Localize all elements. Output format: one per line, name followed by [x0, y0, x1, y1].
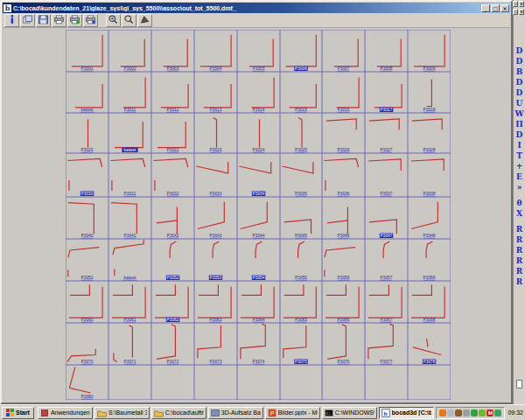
profile-label[interactable]: P3035	[295, 192, 307, 196]
profile-section-icon[interactable]: D	[514, 46, 525, 56]
profile-label[interactable]: kasset	[81, 108, 94, 112]
profile-label[interactable]: P3063	[210, 318, 222, 322]
taskbar-button-7[interactable]: bbocad3d [C:\boca...	[379, 407, 434, 419]
profile-section-icon[interactable]: D	[514, 130, 525, 140]
profile-cell[interactable]: P3050	[68, 248, 99, 280]
start-button[interactable]: Start	[2, 407, 34, 419]
profile-cell[interactable]: P3012	[161, 84, 188, 112]
profile-label[interactable]: P3033	[210, 192, 222, 196]
profile-label[interactable]: P3022	[167, 148, 179, 152]
profile-label[interactable]: P3004	[210, 66, 222, 71]
print-preview-button[interactable]	[67, 14, 82, 27]
profile-cell[interactable]: P3033	[196, 162, 228, 196]
edge-close-icon[interactable]: ×	[519, 1, 524, 7]
profile-label[interactable]: P3038	[424, 192, 436, 196]
profile-cell[interactable]: P3052	[166, 242, 180, 280]
profile-section-icon[interactable]: R	[514, 224, 525, 234]
profile-cell[interactable]: P3047	[369, 220, 396, 238]
profile-cell[interactable]: P3041	[111, 203, 136, 238]
profile-cell[interactable]: P3024	[253, 119, 265, 152]
profile-label[interactable]: P3080	[81, 395, 94, 399]
profile-label[interactable]: P3076	[338, 360, 350, 364]
profile-cell[interactable]: P3023	[210, 118, 222, 153]
profile-cell[interactable]: P3011	[123, 78, 145, 112]
tray-icon[interactable]	[447, 410, 454, 416]
profile-label[interactable]: P3016	[338, 108, 350, 112]
tray-icon[interactable]	[455, 410, 462, 416]
tray-icon[interactable]	[479, 410, 486, 416]
profile-label[interactable]: P3023	[210, 148, 222, 152]
profile-label[interactable]: P3012	[167, 108, 179, 112]
profile-cell[interactable]: P3009	[414, 35, 444, 71]
profile-label[interactable]: P3013	[210, 108, 222, 112]
profile-cell[interactable]: P3063	[198, 284, 231, 322]
save-button[interactable]	[36, 14, 51, 27]
profile-label[interactable]: P3057	[381, 276, 393, 280]
profile-label[interactable]: P3046	[338, 234, 350, 238]
profile-cell[interactable]: P3034	[239, 162, 270, 196]
profile-label[interactable]: P3070	[81, 360, 94, 364]
profile-section-icon[interactable]: D	[514, 88, 525, 98]
profile-label[interactable]: P3037	[381, 192, 393, 196]
profile-label[interactable]: P3031	[124, 192, 136, 196]
tray-icon[interactable]	[471, 410, 478, 416]
profile-label[interactable]: P3055	[295, 276, 307, 280]
profile-cell[interactable]: P3008	[377, 39, 402, 71]
profile-cell[interactable]: P3007	[334, 39, 359, 71]
profile-cell[interactable]: P3036	[324, 159, 358, 197]
profile-cell[interactable]: P3018	[424, 80, 436, 113]
profile-section-icon[interactable]: D	[514, 56, 525, 66]
info-button[interactable]	[4, 14, 19, 27]
profile-label[interactable]: P3067	[381, 318, 393, 322]
zoom-in-button[interactable]	[106, 14, 121, 27]
profile-cell[interactable]: kasset	[75, 84, 102, 112]
profile-label[interactable]: P3007	[338, 66, 350, 71]
profile-label[interactable]: P3041	[124, 234, 136, 238]
profile-label[interactable]: P3058	[424, 276, 436, 280]
profile-label[interactable]: kasset	[124, 148, 137, 152]
profile-cell[interactable]: P3042	[157, 207, 179, 239]
profile-label[interactable]: P3027	[381, 148, 393, 152]
profile-label[interactable]: P3077	[381, 360, 393, 364]
profile-label[interactable]: P3024	[253, 148, 265, 152]
profile-cell[interactable]: P3027	[369, 119, 399, 152]
profile-cell[interactable]: P3068	[411, 284, 444, 322]
profile-cell[interactable]: P3077	[368, 324, 393, 364]
titlebar[interactable]: b C:\bocad\kundendaten_21\glaze_sys\\gl_…	[3, 3, 510, 13]
profile-label[interactable]: P3001	[81, 66, 94, 71]
profile-cell[interactable]: P3030	[68, 159, 102, 197]
profile-cell[interactable]: kasset	[113, 240, 144, 280]
profile-label[interactable]: P3066	[338, 318, 350, 322]
tray-icon[interactable]: M	[486, 410, 494, 416]
profile-label[interactable]: P3060	[81, 318, 94, 322]
profile-label[interactable]: P3048	[424, 234, 436, 238]
profile-cell[interactable]: P3006	[286, 35, 317, 71]
profile-cell[interactable]: P3045	[284, 220, 312, 238]
profile-cell[interactable]: P3031	[111, 159, 145, 197]
profile-cell[interactable]: P3074	[241, 324, 265, 364]
profile-label[interactable]: P3064	[253, 318, 265, 322]
profile-label[interactable]: P3008	[381, 66, 393, 71]
profile-section-icon[interactable]: D	[514, 77, 525, 88]
profile-cell[interactable]: P3055	[295, 242, 307, 280]
profile-label[interactable]: kasset	[124, 276, 137, 280]
profile-cell[interactable]: P3001	[72, 35, 102, 71]
edge-close-icon[interactable]: ×	[519, 9, 524, 15]
profile-cell[interactable]: P3076	[327, 325, 350, 364]
profile-label[interactable]: P3018	[424, 108, 436, 112]
profile-label[interactable]: P3002	[124, 66, 136, 71]
profile-label[interactable]: P3071	[124, 360, 136, 364]
profile-label[interactable]: P3053	[210, 276, 222, 280]
profile-label[interactable]: P3030	[81, 192, 94, 196]
profile-cell[interactable]: P3066	[326, 284, 359, 322]
profile-cell[interactable]: P3062	[155, 284, 188, 322]
profile-label[interactable]: P3050	[81, 276, 94, 280]
profile-cell[interactable]: P3005	[249, 39, 274, 71]
profile-cell[interactable]: P3044	[241, 202, 267, 238]
profile-section-icon[interactable]: R	[514, 266, 525, 276]
taskbar-button-4[interactable]: 3D-Aufsatz Baumetal...	[208, 407, 263, 419]
profile-cell[interactable]: P3022	[158, 122, 186, 152]
tray-icon[interactable]	[439, 410, 446, 416]
profile-cell[interactable]: P3046	[327, 207, 350, 239]
profile-cell[interactable]: P3073	[198, 326, 222, 364]
